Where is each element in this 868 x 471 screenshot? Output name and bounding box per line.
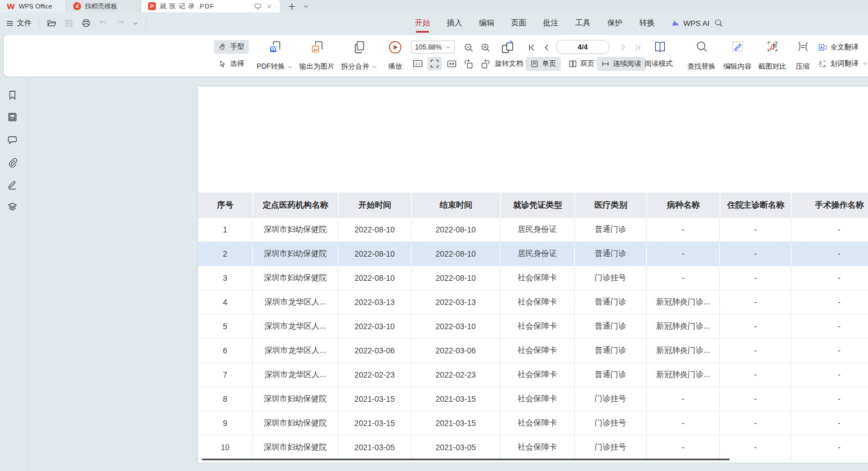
menu-tab-wps-ai[interactable]: WPS AI xyxy=(671,12,710,34)
undo-dropdown-icon[interactable] xyxy=(132,20,138,26)
prev-page-button[interactable] xyxy=(540,41,553,54)
layers-panel-icon[interactable] xyxy=(7,201,18,213)
image-panel-icon[interactable] xyxy=(7,111,18,123)
table-cell: - xyxy=(719,266,791,290)
wps-ai-label: WPS AI xyxy=(683,19,710,28)
first-page-icon xyxy=(527,43,536,52)
read-mode-button[interactable] xyxy=(650,39,669,55)
attachment-panel-icon[interactable] xyxy=(7,157,18,168)
zoom-level-select[interactable]: 105.88% xyxy=(411,41,455,53)
single-page-button[interactable]: 单页 xyxy=(526,57,561,71)
compress-button[interactable]: 压缩 xyxy=(791,39,815,72)
page-indicator-value: 4/4 xyxy=(578,43,588,51)
menu-tab-7[interactable]: 保护 xyxy=(607,18,623,28)
rotate-doc-button[interactable]: 旋转文档 xyxy=(495,57,523,70)
left-panel-strip xyxy=(0,77,28,471)
signature-panel-icon[interactable] xyxy=(7,179,18,190)
table-cell: 新冠肺炎门诊... xyxy=(646,363,719,387)
next-page-button[interactable] xyxy=(616,41,629,54)
table-cell: 普通门诊 xyxy=(574,363,646,387)
table-cell: 2021-03-05 xyxy=(411,436,500,460)
save-icon[interactable] xyxy=(64,19,74,28)
play-button[interactable]: 播放 xyxy=(382,39,408,72)
menu-tab-4[interactable]: 页面 xyxy=(511,18,526,28)
rotate-left-button[interactable] xyxy=(461,57,476,70)
table-cell: 深圳市妇幼保健院 xyxy=(252,436,338,460)
select-tool-button[interactable]: 选择 xyxy=(214,57,249,71)
tab-document-active[interactable]: P 就 医 记 录 .PDF xyxy=(141,0,280,12)
table-cell: 社会保障卡 xyxy=(500,266,574,290)
hand-tool-button[interactable]: 手型 xyxy=(214,40,249,54)
table-row: 2深圳市妇幼保健院2022-08-102022-08-10居民身份证普通门诊--… xyxy=(198,242,868,266)
table-cell: 2022-08-10 xyxy=(411,218,500,242)
last-page-button[interactable] xyxy=(630,41,644,54)
pdf-convert-button[interactable]: W PDF转换 xyxy=(252,39,298,72)
rotate-right-button[interactable] xyxy=(478,57,493,70)
table-header-row: 序号定点医药机构名称开始时间结束时间就诊凭证类型医疗类别病种名称住院主诊断名称手… xyxy=(198,192,868,218)
word-translate-button[interactable]: 文A 划词翻译 xyxy=(818,57,868,70)
fit-width-button[interactable] xyxy=(444,57,459,70)
word-translate-icon: 文A xyxy=(818,59,827,69)
bookmark-panel-icon[interactable] xyxy=(7,89,18,101)
table-cell: 社会保障卡 xyxy=(500,411,574,436)
table-cell: 7 xyxy=(198,363,252,387)
screenshot-compare-icon xyxy=(766,40,779,53)
menu-tab-2[interactable]: 插入 xyxy=(447,18,462,28)
table-cell: 深圳市龙华区人... xyxy=(252,315,338,339)
fit-page-button[interactable] xyxy=(427,57,442,70)
close-tab-icon[interactable] xyxy=(266,3,273,10)
redo-icon[interactable] xyxy=(115,19,125,28)
table-cell: 2021-03-15 xyxy=(338,387,411,411)
edit-content-button[interactable]: 编辑内容 xyxy=(720,39,755,72)
table-cell: 深圳市妇幼保健院 xyxy=(252,266,338,290)
table-cell: 普通门诊 xyxy=(574,218,646,242)
screenshot-compare-button[interactable]: 截图对比 xyxy=(755,39,790,72)
table-cell: 深圳市妇幼保健院 xyxy=(252,218,338,242)
undo-icon[interactable] xyxy=(99,19,108,28)
table-cell: - xyxy=(791,315,868,339)
table-cell: 2 xyxy=(198,242,252,266)
zoom-out-button[interactable] xyxy=(461,41,476,54)
full-translate-button[interactable]: A 全文翻译 xyxy=(818,41,858,53)
tabs-dropdown-icon[interactable] xyxy=(303,3,309,10)
table-header-cell: 定点医药机构名称 xyxy=(252,192,338,218)
print-icon[interactable] xyxy=(81,18,91,28)
file-menu-label: 文件 xyxy=(17,18,32,28)
table-cell: 8 xyxy=(198,387,252,411)
menu-search-icon[interactable] xyxy=(714,18,723,28)
tab-docer[interactable]: d 找稻壳模板 xyxy=(66,0,141,12)
menu-tab-1[interactable]: 开始 xyxy=(415,18,430,28)
document-viewport[interactable]: 序号定点医药机构名称开始时间结束时间就诊凭证类型医疗类别病种名称住院主诊断名称手… xyxy=(29,77,868,471)
docer-icon: d xyxy=(73,2,81,10)
zoom-value: 105.88% xyxy=(415,43,441,51)
file-menu-button[interactable]: 文件 xyxy=(6,18,32,28)
comment-panel-icon[interactable] xyxy=(7,134,18,146)
export-image-button[interactable]: 输出为图片 xyxy=(293,39,341,72)
new-tab-icon[interactable] xyxy=(288,2,296,11)
fit-page-icon xyxy=(429,59,440,69)
read-mode-label: 阅读模式 xyxy=(645,59,673,69)
tab-wps-office[interactable]: W WPS Office xyxy=(0,0,66,12)
read-mode-icon xyxy=(653,40,667,54)
open-file-icon[interactable] xyxy=(47,18,57,28)
find-replace-button[interactable]: 查找替换 xyxy=(684,39,719,72)
monitor-icon[interactable] xyxy=(254,2,262,10)
menu-tab-6[interactable]: 工具 xyxy=(575,18,590,28)
first-page-button[interactable] xyxy=(525,41,538,54)
find-replace-label: 查找替换 xyxy=(687,62,715,71)
page-indicator-input[interactable]: 4/4 xyxy=(556,40,609,54)
menu-tab-3[interactable]: 编辑 xyxy=(479,18,494,28)
page-organize-icon xyxy=(500,40,515,55)
table-cell: 深圳市龙华区人... xyxy=(252,363,338,387)
continuous-read-button[interactable]: 连续阅读 xyxy=(597,57,646,71)
read-mode-label-button[interactable]: 阅读模式 xyxy=(645,57,673,70)
zoom-in-button[interactable] xyxy=(478,41,493,54)
table-row: 8深圳市妇幼保健院2021-03-152021-03-15社会保障卡门诊挂号--… xyxy=(198,387,868,411)
menu-tab-5[interactable]: 批注 xyxy=(543,18,558,28)
table-cell: - xyxy=(719,339,791,363)
table-bottom-rule xyxy=(202,459,730,460)
actual-size-button[interactable]: 1:1 xyxy=(410,57,425,70)
page-organize-button[interactable] xyxy=(498,39,517,55)
split-merge-button[interactable]: 拆分合并 xyxy=(337,39,381,72)
menu-tab-8[interactable]: 转换 xyxy=(639,18,655,28)
